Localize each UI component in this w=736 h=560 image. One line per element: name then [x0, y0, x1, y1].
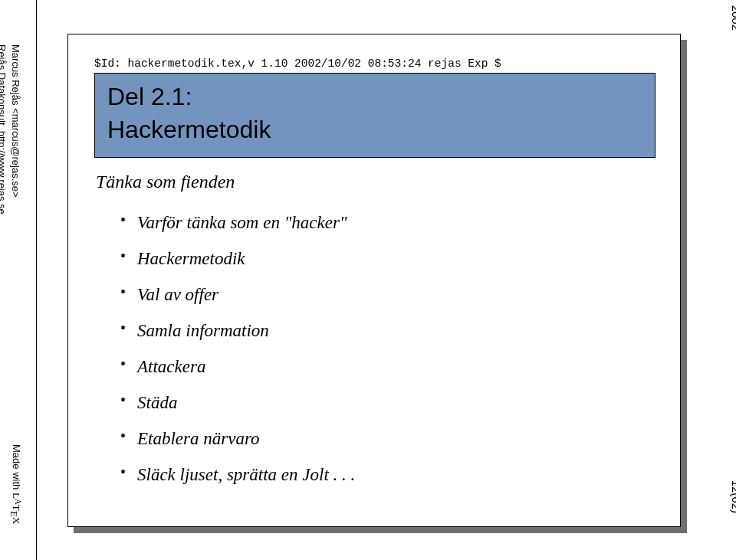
left-credits: Marcus Rejås <marcus@rejas.se> Rejås Dat… — [0, 44, 22, 215]
subhead: Tänka som fienden — [96, 172, 654, 192]
list-item: Varför tänka som en "hacker" — [120, 205, 654, 241]
vertical-rule — [36, 0, 37, 560]
list-item: Etablera närvaro — [120, 421, 654, 457]
right-sidebar: Praktisk datasäkerhet (SäkB), 26 novembe… — [711, 0, 731, 560]
title-box: Del 2.1: Hackermetodik — [94, 73, 656, 158]
company-line: Rejås Datakonsult, http://www.rejas.se — [0, 44, 8, 215]
course-title: Praktisk datasäkerhet (SäkB), 26 novembe… — [730, 0, 736, 31]
latex-logo: LATEX — [11, 493, 22, 524]
page-number: 12(62) — [730, 480, 736, 513]
author-line: Marcus Rejås <marcus@rejas.se> — [8, 44, 22, 215]
title-line2: Hackermetodik — [107, 113, 642, 146]
slide: $Id: hackermetodik.tex,v 1.10 2002/10/02… — [67, 34, 681, 527]
list-item: Attackera — [120, 349, 654, 385]
made-with-prefix: Made with — [11, 444, 22, 493]
list-item: Samla information — [120, 313, 654, 349]
id-line: $Id: hackermetodik.tex,v 1.10 2002/10/02… — [94, 57, 654, 70]
title-line1: Del 2.1: — [107, 81, 642, 113]
list-item: Städa — [120, 385, 654, 421]
made-with: Made with LATEX — [10, 444, 22, 524]
bullet-list: Varför tänka som en "hacker" Hackermetod… — [120, 205, 654, 493]
list-item: Släck ljuset, sprätta en Jolt . . . — [120, 457, 654, 493]
left-sidebar: Marcus Rejås <marcus@rejas.se> Rejås Dat… — [5, 0, 34, 560]
slide-body: $Id: hackermetodik.tex,v 1.10 2002/10/02… — [67, 34, 681, 527]
list-item: Val av offer — [120, 277, 654, 313]
page: Marcus Rejås <marcus@rejas.se> Rejås Dat… — [0, 0, 736, 560]
list-item: Hackermetodik — [120, 241, 654, 277]
